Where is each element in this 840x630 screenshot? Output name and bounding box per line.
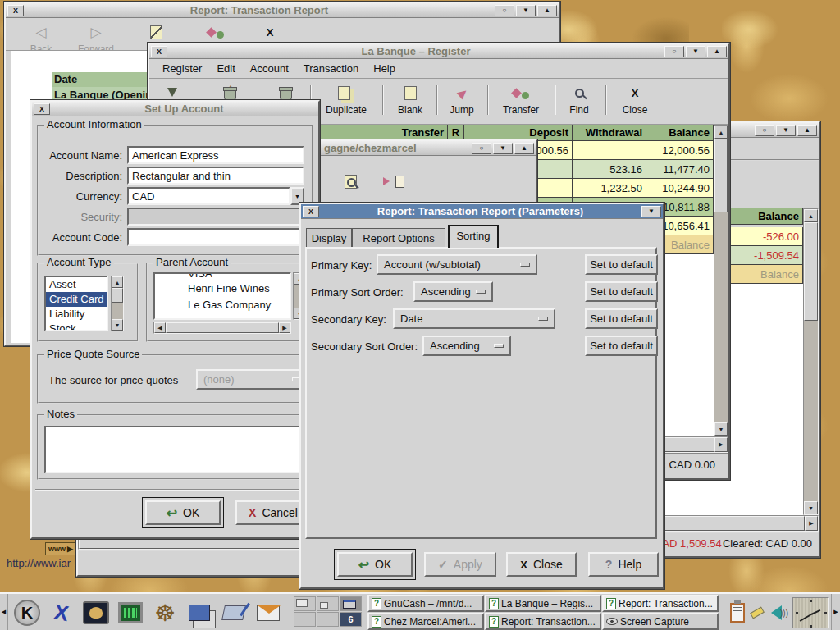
mail-icon[interactable] (253, 597, 284, 628)
pager-cell[interactable] (317, 612, 339, 627)
task-report-active[interactable]: ?Report: Transaction... (602, 595, 719, 612)
account-name-field[interactable] (127, 146, 304, 164)
transfer-button[interactable]: Transfer (494, 82, 548, 116)
scroll-right-icon[interactable]: ▶ (714, 437, 728, 452)
file-manager-icon[interactable] (184, 597, 215, 628)
tab-sorting[interactable]: Sorting (448, 225, 499, 248)
parent-account-list[interactable]: VISA Henri Fine Wines Le Gas Company (153, 272, 291, 320)
primary-sort-order-combo[interactable]: Ascending (413, 281, 493, 302)
shade-icon[interactable]: ▼ (493, 143, 513, 154)
list-item[interactable]: Asset (46, 277, 107, 292)
scroll-down-icon[interactable]: ▼ (112, 319, 123, 331)
shade-icon[interactable]: ▼ (776, 125, 796, 136)
scroll-down-icon[interactable]: ▼ (714, 422, 728, 436)
close-window-icon[interactable]: X (151, 46, 167, 57)
list-item[interactable]: Liability (46, 307, 107, 322)
pager-cell[interactable] (317, 596, 339, 611)
maximize-icon[interactable]: ▲ (707, 46, 727, 57)
primary-key-combo[interactable]: Account (w/subtotal) (377, 254, 537, 275)
pager-cell-active[interactable]: 6 (340, 612, 362, 627)
exit-button[interactable] (380, 169, 408, 194)
tab-display[interactable]: Display (306, 228, 352, 248)
scroll-right-icon[interactable]: ▶ (805, 516, 818, 531)
menu-account[interactable]: Account (245, 61, 294, 76)
close-report-button[interactable]: X (253, 21, 286, 43)
k-menu-icon[interactable]: K (11, 597, 43, 628)
close-window-icon[interactable]: X (303, 206, 319, 217)
pager-cell[interactable] (340, 596, 362, 611)
list-item-selected[interactable]: Credit Card (46, 292, 107, 307)
set-default-button[interactable]: Set to default (585, 254, 658, 275)
sticky-icon[interactable]: ○ (664, 46, 684, 57)
scroll-up-icon[interactable]: ▲ (112, 276, 123, 288)
options-button[interactable] (199, 21, 232, 43)
list-item[interactable]: VISA (155, 272, 290, 281)
close-register-button[interactable]: X Close (612, 82, 658, 116)
description-field[interactable] (127, 167, 304, 185)
shade-icon[interactable]: ▼ (686, 46, 705, 57)
menu-help[interactable]: Help (368, 61, 400, 76)
ok-button[interactable]: ↩OK (337, 552, 413, 577)
desktop-pen-icon[interactable] (218, 597, 249, 628)
menu-register[interactable]: Register (158, 61, 207, 76)
task-chez-marcel[interactable]: ?Chez Marcel:Ameri... (368, 613, 484, 630)
shade-icon[interactable]: ▼ (641, 206, 661, 217)
menu-edit[interactable]: Edit (212, 61, 240, 76)
params-titlebar[interactable]: X Report: Transaction Report (Parameters… (301, 204, 663, 219)
help-button[interactable]: ?Help (588, 552, 659, 577)
blank-button[interactable]: Blank (389, 82, 431, 116)
scroll-left-icon[interactable]: ◀ (154, 322, 166, 333)
register-vertical-scrollbar[interactable]: ▲ ▼ (714, 125, 728, 436)
secondary-key-combo[interactable]: Date (393, 308, 555, 329)
secondary-sort-order-combo[interactable]: Ascending (422, 336, 511, 356)
list-item[interactable]: Le Gas Company (155, 298, 290, 314)
pager-cell[interactable] (294, 612, 316, 627)
task-gnucash[interactable]: ?GnuCash – /mnt/d... (368, 595, 484, 612)
back-button[interactable]: ◁ Back (21, 21, 62, 55)
report-titlebar[interactable]: X Report: Transaction Report ○ ▼ ▲ (6, 3, 559, 18)
maximize-icon[interactable]: ▲ (537, 5, 557, 16)
find-button[interactable] (336, 167, 364, 195)
maximize-icon[interactable]: ▲ (514, 143, 534, 154)
register-titlebar[interactable]: X La Banque – Register ○ ▼ ▲ (149, 44, 728, 59)
list-item[interactable]: Stock (46, 322, 107, 331)
sticky-icon[interactable]: ○ (495, 5, 514, 16)
duplicate-button[interactable]: Duplicate (317, 82, 376, 116)
tab-report-options[interactable]: Report Options (352, 228, 445, 248)
terminal-icon[interactable] (80, 597, 112, 628)
task-screen-capture[interactable]: Screen Capture (602, 613, 719, 630)
menu-transaction[interactable]: Transaction (299, 61, 363, 76)
task-report-params[interactable]: ?Report: Transaction... (485, 613, 601, 630)
set-default-button[interactable]: Set to default (585, 281, 658, 302)
setup-titlebar[interactable]: X Set Up Account (32, 102, 318, 116)
apply-button[interactable]: ✓Apply (424, 552, 496, 577)
currency-field[interactable] (127, 187, 290, 205)
panel-hide-right-button[interactable]: ▶ (831, 594, 840, 630)
control-center-icon[interactable]: ☸ (149, 597, 180, 628)
scroll-up-icon[interactable]: ▲ (804, 209, 818, 222)
clipboard-icon[interactable] (727, 597, 748, 628)
forward-button[interactable]: ▷ Forward (73, 21, 119, 55)
set-default-button[interactable]: Set to default (585, 308, 658, 329)
set-default-button[interactable]: Set to default (585, 336, 658, 356)
panel-hide-left-button[interactable]: ◀ (0, 594, 8, 630)
account-code-field[interactable] (127, 228, 304, 246)
parent-horizontal-scrollbar[interactable]: ◀ ▶ (153, 322, 291, 334)
sticky-icon[interactable]: ○ (755, 125, 774, 136)
scroll-up-icon[interactable]: ▲ (714, 126, 728, 139)
www-badge-icon[interactable]: www▶ (45, 542, 76, 555)
notes-textarea[interactable] (44, 426, 302, 473)
sticky-icon[interactable]: ○ (472, 143, 491, 154)
task-register[interactable]: ?La Banque – Regis... (485, 595, 601, 612)
close-button[interactable]: XClose (506, 552, 577, 577)
ok-button[interactable]: ↩OK (145, 500, 221, 525)
pager-cell[interactable] (294, 596, 316, 611)
system-monitor-icon[interactable] (115, 597, 146, 628)
find-button[interactable]: Find (559, 82, 599, 116)
x-tools-icon[interactable]: X (46, 597, 77, 628)
close-window-icon[interactable]: X (7, 5, 24, 16)
list-item[interactable]: Henri Fine Wines (155, 281, 290, 298)
desktop-link[interactable]: http://www.iar (7, 557, 71, 569)
account-type-list[interactable]: Asset Credit Card Liability Stock (44, 276, 108, 331)
scroll-right-icon[interactable]: ▶ (279, 322, 290, 333)
